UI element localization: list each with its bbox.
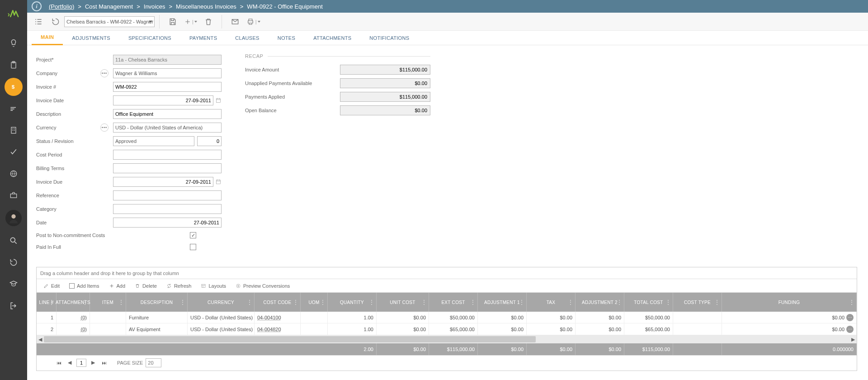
- nav-cost-icon[interactable]: $: [5, 78, 23, 96]
- cell-attachments[interactable]: (0): [57, 323, 90, 335]
- breadcrumb-item[interactable]: Invoices: [144, 3, 165, 10]
- tab-notifications[interactable]: NOTIFICATIONS: [360, 31, 418, 45]
- lookup-company-button[interactable]: •••: [100, 69, 108, 77]
- col-uom[interactable]: UOM⋮: [301, 293, 328, 312]
- reference-input[interactable]: [113, 190, 222, 200]
- grid-add-button[interactable]: Add: [106, 282, 128, 290]
- description-input[interactable]: [113, 109, 222, 119]
- tab-clauses[interactable]: CLAUSES: [226, 31, 268, 45]
- user-avatar[interactable]: [5, 210, 22, 226]
- status-select[interactable]: Approved: [113, 136, 194, 146]
- nav-search-icon[interactable]: [5, 232, 23, 250]
- pager-size-select[interactable]: 20: [146, 358, 161, 367]
- billing-terms-select[interactable]: [113, 163, 222, 173]
- add-icon[interactable]: |: [182, 15, 199, 28]
- company-select[interactable]: Wagner & Williams: [113, 68, 222, 78]
- nav-ideas-icon[interactable]: [5, 34, 23, 52]
- tab-notes[interactable]: NOTES: [269, 31, 304, 45]
- lookup-currency-button[interactable]: •••: [100, 124, 108, 132]
- tab-main[interactable]: MAIN: [32, 31, 63, 45]
- col-adj2[interactable]: ADJUSTMENT 2⋮: [576, 293, 624, 312]
- grid-delete-button[interactable]: Delete: [132, 282, 160, 290]
- col-line[interactable]: LINE #⋮: [37, 293, 57, 312]
- email-icon[interactable]: [227, 15, 243, 28]
- col-adj1[interactable]: ADJUSTMENT 1⋮: [478, 293, 527, 312]
- grid-row[interactable]: 2 (0) AV Equipment USD - Dollar (United …: [37, 323, 857, 335]
- invoice-date-input[interactable]: [113, 95, 213, 105]
- grid-preview-button[interactable]: $Preview Conversions: [232, 282, 292, 290]
- nav-bars-icon[interactable]: [5, 100, 23, 118]
- cost-period-select[interactable]: [113, 150, 222, 160]
- col-quantity[interactable]: QUANTITY⋮: [328, 293, 377, 312]
- nav-briefcase-icon[interactable]: [5, 186, 23, 204]
- post-nc-checkbox[interactable]: [190, 232, 196, 238]
- paid-full-checkbox[interactable]: [190, 244, 196, 250]
- tab-specifications[interactable]: SPECIFICATIONS: [119, 31, 180, 45]
- cell-cost-code[interactable]: 04-004100: [255, 312, 301, 323]
- cell-quantity: 1.00: [328, 312, 377, 323]
- col-tax[interactable]: TAX⋮: [527, 293, 576, 312]
- invoice-number-input[interactable]: [113, 82, 222, 92]
- pager-first-icon[interactable]: ⏮: [55, 359, 63, 367]
- grid-horizontal-scrollbar[interactable]: ◀ ▶: [37, 335, 857, 343]
- grid-refresh-button[interactable]: Refresh: [163, 282, 194, 290]
- pager-prev-icon[interactable]: ◀: [66, 359, 74, 367]
- invoice-due-input[interactable]: [113, 177, 213, 187]
- grid-edit-button[interactable]: Edit: [40, 282, 62, 290]
- svg-rect-8: [13, 128, 14, 129]
- date-input[interactable]: [113, 218, 222, 228]
- nav-logout-icon[interactable]: [5, 297, 23, 315]
- cell-attachments[interactable]: (0): [57, 312, 90, 323]
- project-select[interactable]: 11a - Chelsea Barracks: [113, 55, 222, 65]
- list-icon[interactable]: [31, 15, 46, 28]
- delete-icon[interactable]: [201, 15, 216, 28]
- scroll-right-icon[interactable]: ▶: [849, 335, 857, 343]
- col-attachments[interactable]: ATTACHMENTS⋮: [57, 293, 90, 312]
- scroll-thumb[interactable]: [44, 336, 536, 342]
- tab-payments[interactable]: PAYMENTS: [180, 31, 226, 45]
- pager-last-icon[interactable]: ⏭: [100, 359, 108, 367]
- breadcrumb-item[interactable]: Cost Management: [85, 3, 133, 10]
- col-item[interactable]: ITEM⋮: [90, 293, 126, 312]
- record-selector[interactable]: Chelsea Barracks - WM-0922 - Wagner: [64, 16, 155, 27]
- row-more-icon[interactable]: ⋯: [846, 314, 854, 321]
- pager-page-input[interactable]: [76, 359, 86, 367]
- tab-attachments[interactable]: ATTACHMENTS: [304, 31, 360, 45]
- row-more-icon[interactable]: ⋯: [846, 326, 854, 333]
- scroll-left-icon[interactable]: ◀: [37, 335, 44, 343]
- currency-select[interactable]: USD - Dollar (United States of America): [113, 123, 222, 133]
- col-ext-cost[interactable]: EXT COST⋮: [429, 293, 478, 312]
- calendar-icon[interactable]: [214, 96, 222, 105]
- breadcrumb-item[interactable]: Miscellaneous Invoices: [176, 3, 236, 10]
- col-unit-cost[interactable]: UNIT COST⋮: [377, 293, 429, 312]
- calendar-icon[interactable]: [214, 177, 222, 186]
- print-icon[interactable]: |: [245, 15, 262, 28]
- cell-adj1: $0.00: [478, 323, 527, 335]
- revision-input[interactable]: [197, 136, 222, 146]
- grid-row[interactable]: 1 (0) Furniture USD - Dollar (United Sta…: [37, 312, 857, 323]
- nav-building-icon[interactable]: [5, 121, 23, 139]
- save-icon[interactable]: [165, 15, 180, 28]
- nav-history-icon[interactable]: [5, 253, 23, 271]
- col-currency[interactable]: CURRENCY⋮: [188, 293, 255, 312]
- col-funding[interactable]: FUNDING⋮: [722, 293, 857, 312]
- col-total-cost[interactable]: TOTAL COST⋮: [624, 293, 673, 312]
- pager-next-icon[interactable]: ▶: [89, 359, 97, 367]
- nav-check-icon[interactable]: [5, 143, 23, 161]
- grid-group-hint[interactable]: Drag a column header and drop it here to…: [37, 267, 857, 279]
- category-select[interactable]: [113, 204, 222, 214]
- col-description[interactable]: DESCRIPTION⋮: [126, 293, 188, 312]
- breadcrumb-root[interactable]: (Portfolio): [49, 3, 74, 10]
- col-cost-type[interactable]: COST TYPE⋮: [673, 293, 722, 312]
- nav-clipboard-icon[interactable]: [5, 56, 23, 74]
- label-reference: Reference: [36, 193, 59, 198]
- grid-layouts-button[interactable]: Layouts: [198, 282, 229, 290]
- nav-help-icon[interactable]: [5, 275, 23, 293]
- nav-globe-icon[interactable]: [5, 165, 23, 183]
- col-cost-code[interactable]: COST CODE⋮: [255, 293, 301, 312]
- grid-add-items-button[interactable]: Add Items: [66, 282, 102, 290]
- history-icon[interactable]: [48, 15, 63, 28]
- info-icon[interactable]: i: [32, 1, 42, 11]
- tab-adjustments[interactable]: ADJUSTMENTS: [63, 31, 119, 45]
- cell-cost-code[interactable]: 04-004820: [255, 323, 301, 335]
